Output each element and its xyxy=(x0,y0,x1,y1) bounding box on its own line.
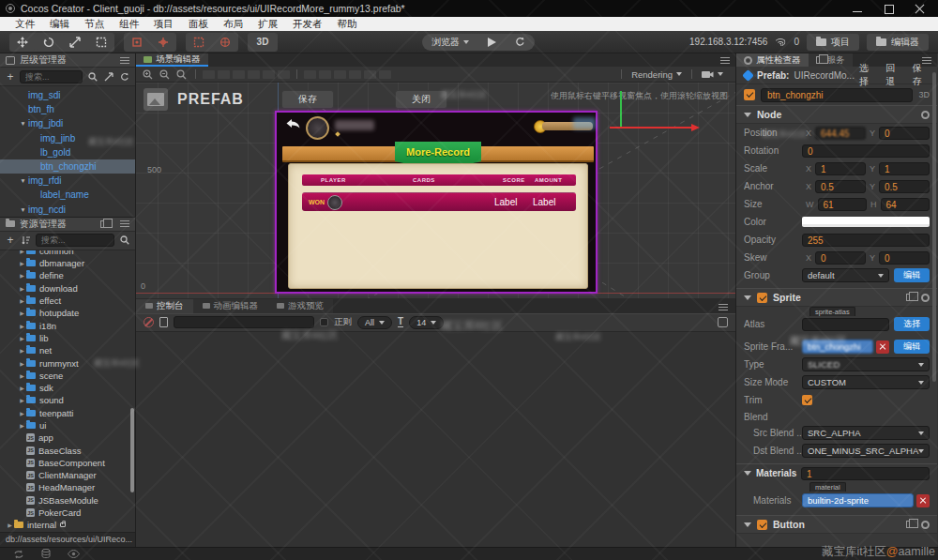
clear-log-icon[interactable] xyxy=(144,317,154,327)
panel-menu-icon[interactable] xyxy=(720,60,730,61)
menu-item[interactable]: 开发者 xyxy=(285,18,330,31)
button-enabled-checkbox[interactable] xyxy=(757,520,767,530)
asset-item[interactable]: ▶ JS ui xyxy=(0,419,135,431)
gear-icon[interactable] xyxy=(921,294,930,302)
eye-icon[interactable] xyxy=(68,550,80,558)
position-x-input[interactable]: 644.45 xyxy=(815,127,866,140)
scene-view[interactable]: 500 0 -50005001,0001,500 PREFAB 保存 关闭 使用… xyxy=(136,83,735,298)
anchor-mode-icon[interactable] xyxy=(151,34,175,51)
asset-item[interactable]: JS JSBaseModule xyxy=(0,494,135,507)
menu-item[interactable]: 面板 xyxy=(181,18,216,31)
copy-icon[interactable] xyxy=(100,220,108,228)
atlas-field[interactable] xyxy=(802,318,889,331)
locate-icon[interactable] xyxy=(102,70,114,83)
zoom-out-icon[interactable] xyxy=(158,68,172,80)
expand-arrow-icon[interactable]: ▶ xyxy=(18,335,26,341)
hierarchy-search-input[interactable] xyxy=(20,70,83,83)
panel-menu-icon[interactable] xyxy=(120,223,129,224)
log-level-select[interactable]: All xyxy=(357,316,392,329)
panel-menu-icon[interactable] xyxy=(120,60,129,61)
pivot-mode-icon[interactable] xyxy=(125,34,149,51)
open-editor-button[interactable]: 编辑器 xyxy=(867,34,929,51)
expand-arrow-icon[interactable]: ▶ xyxy=(18,410,26,416)
expand-arrow-icon[interactable]: ▶ xyxy=(18,297,26,304)
open-project-button[interactable]: 项目 xyxy=(807,34,859,51)
asset-item[interactable]: JS app xyxy=(0,431,135,444)
asset-item[interactable]: ▶ JS i18n xyxy=(0,319,135,331)
sync-icon[interactable] xyxy=(13,550,24,559)
refresh-icon[interactable] xyxy=(118,70,130,83)
expand-arrow-icon[interactable]: ▶ xyxy=(18,347,26,354)
local-coord-icon[interactable] xyxy=(187,34,211,51)
assets-scrollbar[interactable] xyxy=(130,408,134,492)
prefab-save-button[interactable]: 保存 xyxy=(281,90,334,109)
asset-item[interactable]: JS PokerCard xyxy=(0,507,135,519)
console-tab[interactable]: 控制台 xyxy=(136,299,193,313)
align-center-v-icon[interactable] xyxy=(263,70,275,79)
expand-arrow-icon[interactable]: ▶ xyxy=(18,372,26,379)
size-h-input[interactable]: 64 xyxy=(881,198,930,211)
asset-item[interactable]: ▶ JS dbmanager xyxy=(0,257,135,269)
group-edit-button[interactable]: 编辑 xyxy=(894,268,930,282)
rendering-dropdown[interactable]: Rendering xyxy=(631,69,682,80)
regex-checkbox[interactable] xyxy=(320,318,328,326)
same-height-icon[interactable] xyxy=(349,70,361,79)
add-node-button[interactable]: + xyxy=(5,71,16,83)
distribute-v-icon[interactable] xyxy=(319,70,331,79)
scale-tool-icon[interactable] xyxy=(63,34,87,51)
play-button[interactable] xyxy=(478,35,505,50)
log-file-icon[interactable] xyxy=(159,317,168,327)
size-mode-select[interactable]: CUSTOM xyxy=(802,375,930,389)
asset-item[interactable]: ▶ JS scene xyxy=(0,370,135,382)
remove-material-button[interactable] xyxy=(916,494,930,507)
preview-target-dropdown[interactable]: 浏览器 xyxy=(424,35,477,50)
asset-item[interactable]: JS HeadManager xyxy=(0,481,135,493)
align-right-icon[interactable] xyxy=(233,70,245,79)
copy-icon[interactable] xyxy=(906,294,914,301)
asset-item[interactable]: JS ClientManager xyxy=(0,469,135,481)
minimize-button[interactable] xyxy=(853,4,863,14)
search-icon[interactable] xyxy=(118,235,130,247)
prefab-revert-button[interactable]: 回退 xyxy=(885,62,902,88)
expand-arrow-icon[interactable]: ▼ xyxy=(18,177,28,184)
gizmo-y-arrow[interactable] xyxy=(620,91,622,127)
console-output[interactable] xyxy=(136,332,735,548)
expand-arrow-icon[interactable]: ▶ xyxy=(18,385,26,391)
collapse-arrow-icon[interactable] xyxy=(744,113,751,117)
color-swatch[interactable] xyxy=(802,217,930,227)
node-name-input[interactable]: btn_chongzhi xyxy=(761,88,913,102)
asset-item[interactable]: ▶ JS rummynxt xyxy=(0,356,135,369)
zoom-in-icon[interactable] xyxy=(141,68,155,80)
align-left-icon[interactable] xyxy=(203,70,215,79)
align-top-icon[interactable] xyxy=(248,70,260,79)
collapse-arrow-icon[interactable] xyxy=(744,471,751,476)
copy-icon[interactable] xyxy=(906,521,914,528)
console-tab[interactable]: 游戏预览 xyxy=(267,299,333,313)
size-w-input[interactable]: 61 xyxy=(818,198,868,211)
hierarchy-node[interactable]: ▼ img_jbdi xyxy=(0,116,135,130)
console-tab[interactable]: 动画编辑器 xyxy=(193,299,268,313)
prefab-save-button[interactable]: 保存 xyxy=(913,62,930,88)
menu-item[interactable]: 编辑 xyxy=(42,18,77,31)
expand-arrow-icon[interactable]: ▼ xyxy=(18,120,28,127)
menu-item[interactable]: 组件 xyxy=(112,18,146,31)
align-center-h-icon[interactable] xyxy=(218,70,230,79)
materials-header-row[interactable]: Materials 1 xyxy=(736,463,937,482)
materials-count-field[interactable]: 1 xyxy=(801,467,930,480)
panel-menu-icon[interactable] xyxy=(719,307,728,308)
zoom-reset-icon[interactable] xyxy=(174,68,189,80)
asset-item[interactable]: ▶ JS lib xyxy=(0,332,135,344)
node-section-header[interactable]: Node xyxy=(736,105,937,124)
move-tool-icon[interactable] xyxy=(10,34,35,51)
opacity-input[interactable]: 255 xyxy=(802,234,930,247)
rotate-tool-icon[interactable] xyxy=(37,34,61,51)
expand-arrow-icon[interactable]: ▶ xyxy=(6,522,14,528)
expand-arrow-icon[interactable]: ▶ xyxy=(18,422,26,429)
atlas-select-button[interactable]: 选择 xyxy=(894,317,930,331)
sprite-frame-field[interactable]: btn_chongzhi xyxy=(802,340,873,354)
expand-arrow-icon[interactable]: ▶ xyxy=(18,310,26,316)
search-icon[interactable] xyxy=(86,70,98,83)
fit-icon[interactable] xyxy=(379,70,391,79)
menu-item[interactable]: 项目 xyxy=(146,18,181,31)
tab-scene-editor[interactable]: 场景编辑器 xyxy=(136,53,208,67)
